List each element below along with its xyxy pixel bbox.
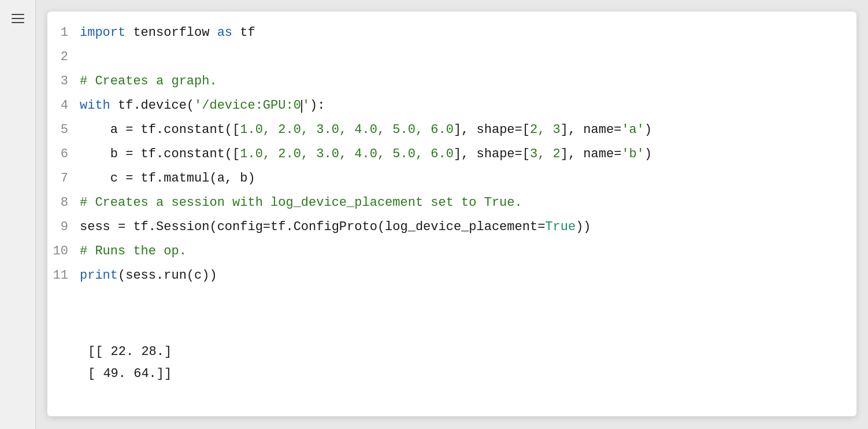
line-content <box>80 288 856 312</box>
token: tf.device( <box>110 98 194 113</box>
token: True <box>545 220 576 234</box>
line-number: 5 <box>47 118 80 142</box>
line-number: 8 <box>47 191 80 215</box>
line-number: 2 <box>47 45 80 69</box>
line-number: 6 <box>47 142 80 167</box>
token: # Runs the op. <box>80 244 187 258</box>
token: (sess.run(c)) <box>118 268 217 283</box>
line-number: 4 <box>47 94 80 118</box>
token: # Creates a session with log_device_plac… <box>80 195 522 210</box>
token: sess = tf.Session(config=tf.ConfigProto(… <box>80 220 545 234</box>
code-line: 6 b = tf.constant([1.0, 2.0, 3.0, 4.0, 5… <box>47 142 856 167</box>
token: print <box>80 268 118 283</box>
token: 'b' <box>621 147 644 161</box>
line-content[interactable]: # Creates a session with log_device_plac… <box>80 191 856 215</box>
line-number: 7 <box>47 167 80 191</box>
code-line: 9sess = tf.Session(config=tf.ConfigProto… <box>47 215 856 239</box>
code-line: 1import tensorflow as tf <box>47 21 856 45</box>
token: 'a' <box>621 123 644 137</box>
sidebar-panel <box>0 0 36 429</box>
token: tf <box>232 25 255 40</box>
line-number: 11 <box>47 264 80 288</box>
menu-button[interactable] <box>8 10 28 27</box>
line-number: 3 <box>47 69 80 94</box>
token: 3, 2 <box>530 147 561 161</box>
hamburger-line-1 <box>12 14 24 15</box>
token: b = tf.constant([ <box>80 147 240 161</box>
line-content[interactable]: sess = tf.Session(config=tf.ConfigProto(… <box>80 215 856 239</box>
token: import <box>80 25 125 40</box>
token: # Creates a graph. <box>80 74 217 88</box>
code-line: 11print(sess.run(c)) <box>47 264 856 288</box>
empty-line <box>47 288 856 312</box>
code-line: 4with tf.device('/device:GPU:0'): <box>47 94 856 118</box>
line-content[interactable]: # Creates a graph. <box>80 69 856 94</box>
line-content[interactable]: print(sess.run(c)) <box>80 264 856 288</box>
token: ], shape=[ <box>454 123 530 137</box>
line-content[interactable]: a = tf.constant([1.0, 2.0, 3.0, 4.0, 5.0… <box>80 118 856 142</box>
token: as <box>217 25 232 40</box>
token: ], name= <box>561 147 622 161</box>
token: with <box>80 98 110 113</box>
token: ], name= <box>561 123 622 137</box>
line-content[interactable]: # Runs the op. <box>80 239 856 264</box>
token: a = tf.constant([ <box>80 123 240 137</box>
token: ) <box>644 147 652 161</box>
token: ], shape=[ <box>454 147 530 161</box>
code-line: 5 a = tf.constant([1.0, 2.0, 3.0, 4.0, 5… <box>47 118 856 142</box>
token: tensorflow <box>125 25 217 40</box>
output-line: [ 49. 64.]] <box>88 363 845 385</box>
line-number: 10 <box>47 239 80 264</box>
code-line: 2 <box>47 45 856 69</box>
token: ) <box>644 123 652 137</box>
code-content[interactable]: 1import tensorflow as tf2 3# Creates a g… <box>47 12 856 330</box>
code-editor: 1import tensorflow as tf2 3# Creates a g… <box>47 12 856 416</box>
hamburger-line-3 <box>12 22 24 23</box>
code-line: 10# Runs the op. <box>47 239 856 264</box>
code-line: 8# Creates a session with log_device_pla… <box>47 191 856 215</box>
token: ' <box>302 98 310 113</box>
line-content[interactable]: with tf.device('/device:GPU:0'): <box>80 94 856 118</box>
line-content[interactable] <box>80 45 856 69</box>
line-content[interactable]: c = tf.matmul(a, b) <box>80 167 856 191</box>
token: '/device:GPU:0 <box>194 98 301 113</box>
line-number: 1 <box>47 21 80 45</box>
output-area: [[ 22. 28.] [ 49. 64.]] <box>47 330 856 397</box>
line-content[interactable]: import tensorflow as tf <box>80 21 856 45</box>
code-line: 7 c = tf.matmul(a, b) <box>47 167 856 191</box>
hamburger-line-2 <box>12 18 24 19</box>
code-line: 3# Creates a graph. <box>47 69 856 94</box>
line-number: 9 <box>47 215 80 239</box>
output-line: [[ 22. 28.] <box>88 341 845 363</box>
token: c = tf.matmul(a, b) <box>80 171 255 186</box>
token: )) <box>576 220 591 234</box>
token: 2, 3 <box>530 123 561 137</box>
token: 1.0, 2.0, 3.0, 4.0, 5.0, 6.0 <box>240 123 454 137</box>
line-content[interactable]: b = tf.constant([1.0, 2.0, 3.0, 4.0, 5.0… <box>80 142 856 167</box>
token: ): <box>310 98 325 113</box>
token: 1.0, 2.0, 3.0, 4.0, 5.0, 6.0 <box>240 147 454 161</box>
